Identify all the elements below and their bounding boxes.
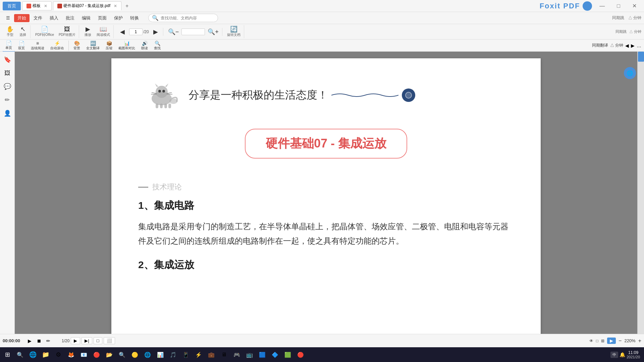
tab-pdf[interactable]: 硬件基础07 - 集成运放.pdf ✕ <box>53 1 121 10</box>
menu-insert[interactable]: 插入 <box>46 14 62 22</box>
select-tool-button[interactable]: ↖ 选择 <box>17 25 29 38</box>
taskbar-app-15[interactable]: 📺 <box>244 349 256 361</box>
pdf-to-office-button[interactable]: 📄 PDF转Office <box>33 25 56 38</box>
main-area: 🔖 🖼 💬 ✏ 👤 <box>0 52 644 334</box>
right-scrollbar[interactable] <box>637 52 644 334</box>
taskbar-app-9[interactable]: 🎵 <box>167 349 179 361</box>
taskbar-file-manager[interactable]: 📁 <box>40 349 52 361</box>
hand-tool-button[interactable]: ✋ 手型 <box>4 25 16 38</box>
find-button[interactable]: 🔍 查找 <box>151 40 163 52</box>
zoom-level-display: 220% <box>624 338 635 343</box>
windows-start-button[interactable]: ⊞ <box>1 349 13 361</box>
taskbar-app-14[interactable]: 🎮 <box>231 349 243 361</box>
user-icon[interactable]: 👤 <box>2 108 13 119</box>
menu-edit[interactable]: 编辑 <box>78 14 94 22</box>
zoom-in-button[interactable]: 🔍+ <box>206 28 221 36</box>
next-page-button[interactable]: ▶ <box>150 28 162 36</box>
add-tab-button[interactable]: + <box>123 2 131 10</box>
compress-button[interactable]: 📦 压缩 <box>103 40 115 52</box>
menu-annotate[interactable]: 批注 <box>62 14 78 22</box>
page-input[interactable] <box>129 28 143 35</box>
taskbar-app-17[interactable]: 🔷 <box>269 349 281 361</box>
taskbar-app-6[interactable]: 🟡 <box>129 349 141 361</box>
taskbar-app-5[interactable]: 🔍 <box>116 349 128 361</box>
nav-back-button[interactable]: ◀ <box>625 43 629 48</box>
tts-button[interactable]: 🔊 朗读 <box>139 40 151 52</box>
single-page-button[interactable]: 📄 单页 <box>3 39 15 52</box>
tab-template[interactable]: 模板 ✕ <box>22 1 52 10</box>
bookmark-icon[interactable]: 🔖 <box>2 54 13 65</box>
user-avatar[interactable] <box>583 1 592 11</box>
single-view-icon[interactable]: □ <box>596 339 598 343</box>
taskbar-app-12[interactable]: 💼 <box>205 349 217 361</box>
taskbar-app-4[interactable]: 📂 <box>103 349 115 361</box>
eye-icon[interactable]: 👁 <box>589 339 593 343</box>
zoom-out-button[interactable]: 🔍− <box>166 28 181 36</box>
taskbar-app-19[interactable]: 🔴 <box>294 349 307 361</box>
tab-close-pdf[interactable]: ✕ <box>114 4 117 8</box>
home-tab[interactable]: 首页 <box>3 2 21 10</box>
comment-icon[interactable]: 💬 <box>2 81 13 92</box>
thumbnail-icon[interactable]: 🖼 <box>2 68 13 78</box>
tab-close-template[interactable]: ✕ <box>44 4 47 8</box>
taskbar-app-8[interactable]: 📊 <box>154 349 166 361</box>
ime-indicator[interactable]: 中 <box>610 352 618 358</box>
pen-rec-button[interactable]: ✏ <box>44 337 52 345</box>
stop-rec-button[interactable]: ⏹ <box>35 337 43 345</box>
menu-page[interactable]: 页面 <box>95 14 110 22</box>
read-mode-button[interactable]: 📖 阅读模式 <box>95 25 112 38</box>
play-button[interactable]: ▶ 播放 <box>82 25 94 38</box>
auto-scroll-button[interactable]: ⚡ 自动滚动 <box>48 40 66 52</box>
play-rec-button[interactable]: ▶ <box>25 337 34 345</box>
fit-width-button[interactable]: ⬜ <box>104 337 115 344</box>
nav-forward-button[interactable]: ▶ <box>631 43 635 48</box>
page-current-display: 1/20 <box>62 339 69 343</box>
compare-button[interactable]: 📊 截图和对比 <box>116 40 138 52</box>
taskbar-settings[interactable]: ⚙ <box>52 349 64 361</box>
play-bottom-button[interactable]: ▶ <box>607 338 616 344</box>
menu-convert[interactable]: 转换 <box>127 14 142 22</box>
continuous-read-button[interactable]: ≡ 连续阅读 <box>28 40 47 52</box>
taskbar-app-1[interactable]: 🦊 <box>65 349 77 361</box>
prev-page-button[interactable]: ◀ <box>116 28 128 36</box>
rotate-label: 旋转文档 <box>227 33 240 37</box>
taskbar-search[interactable]: 🔍 <box>14 349 26 361</box>
maximize-button[interactable]: □ <box>612 2 625 10</box>
taskbar-app-2[interactable]: 📧 <box>78 349 90 361</box>
annotation-icon[interactable]: ✏ <box>2 95 13 105</box>
translate-button[interactable]: 🔤 全文翻译 <box>84 40 102 52</box>
taskbar-app-18[interactable]: 🟩 <box>282 349 294 361</box>
pdf-page: 分享是一种积极的生活态度！ 硬件基础07 - 集成运放 技术理论 <box>111 58 541 334</box>
menu-file[interactable]: 文件 <box>30 14 46 22</box>
taskbar-app-10[interactable]: 📱 <box>180 349 192 361</box>
zoom-plus-bottom[interactable]: + <box>638 338 641 344</box>
taskbar-app-16[interactable]: 🟦 <box>256 349 268 361</box>
rotate-tool-button[interactable]: 🔄 旋转文档 <box>225 25 243 38</box>
scroll-thumb[interactable] <box>638 52 644 62</box>
pdf-to-image-button[interactable]: 🖼 PDF转图片 <box>57 25 77 38</box>
taskbar-app-7[interactable]: 🌐 <box>142 349 154 361</box>
menu-icon-button[interactable]: ☰ <box>3 14 13 22</box>
play-label: 播放 <box>85 33 91 37</box>
floating-action-button[interactable]: 🌐 <box>624 67 636 79</box>
more-button[interactable]: … <box>637 43 641 48</box>
search-input[interactable] <box>161 16 214 20</box>
section-1-heading: 集成电路 <box>154 200 194 211</box>
taskbar-app-13[interactable]: 🖥 <box>218 349 230 361</box>
zoom-minus-bottom[interactable]: − <box>619 338 622 344</box>
menu-protect[interactable]: 保护 <box>111 14 126 22</box>
close-button[interactable]: ✕ <box>628 1 641 10</box>
page-last-button[interactable]: ▶| <box>82 337 92 344</box>
zoom-out-icon: 🔍− <box>168 29 179 35</box>
grid-view-icon[interactable]: ⊞ <box>601 339 604 343</box>
fit-page-button[interactable]: □ <box>94 337 102 344</box>
taskbar-app-11[interactable]: ⚡ <box>193 349 205 361</box>
taskbar-browser[interactable]: 🌐 <box>27 349 39 361</box>
minimize-button[interactable]: — <box>595 2 609 10</box>
page-next-button[interactable]: ▶ <box>71 337 80 344</box>
taskbar-app-3[interactable]: 🔴 <box>91 349 103 361</box>
background-button[interactable]: 🎨 背景 <box>71 40 83 52</box>
start-menu-button[interactable]: 开始 <box>14 14 30 22</box>
zoom-input[interactable]: 220.47% <box>181 28 205 35</box>
double-page-button[interactable]: 📄 双页 <box>15 40 28 52</box>
